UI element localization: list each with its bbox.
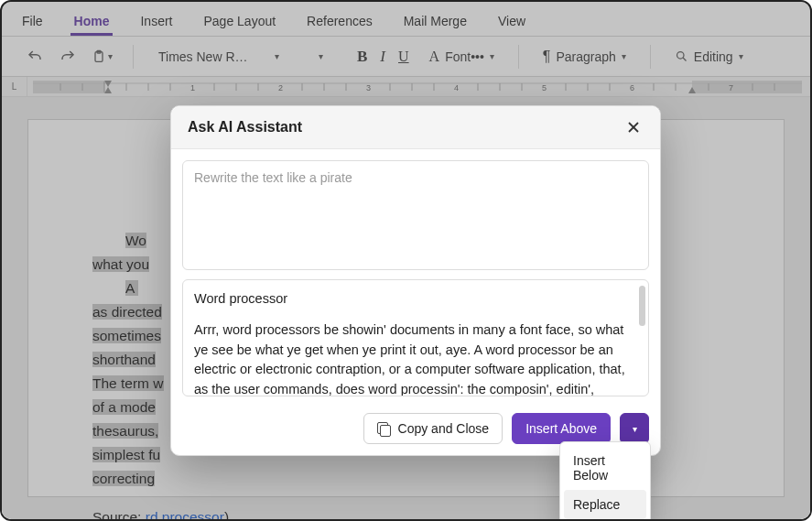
insert-dropdown-toggle[interactable]: ▾: [620, 413, 649, 444]
toolbar-divider: [650, 45, 651, 69]
menu-tab-file[interactable]: File: [18, 5, 47, 36]
editing-button[interactable]: Editing ▾: [667, 46, 751, 68]
doc-text: thesaurus,: [92, 423, 158, 439]
menu-tab-mail-merge[interactable]: Mail Merge: [400, 5, 471, 36]
chevron-down-icon: ▾: [622, 51, 626, 61]
svg-text:5: 5: [542, 83, 547, 92]
copy-and-close-button[interactable]: Copy and Close: [363, 413, 503, 444]
insert-above-button[interactable]: Insert Above: [512, 413, 611, 444]
doc-text: The term w: [92, 375, 164, 391]
bold-button[interactable]: B: [357, 48, 367, 66]
prompt-input[interactable]: [182, 160, 649, 270]
pilcrow-icon: ¶: [543, 49, 551, 65]
doc-text: what you: [92, 256, 149, 272]
undo-icon[interactable]: [22, 44, 48, 70]
chevron-down-icon: ▾: [490, 51, 494, 61]
paragraph-button[interactable]: ¶ Paragraph ▾: [536, 45, 633, 69]
menu-tab-view[interactable]: View: [494, 5, 529, 36]
svg-line-3: [683, 58, 686, 60]
dropdown-replace[interactable]: Replace: [564, 490, 646, 519]
source-label: Source:: [92, 509, 146, 521]
indent-marker-bottom: [104, 87, 112, 93]
editing-label: Editing: [694, 49, 733, 64]
chevron-down-icon: ▾: [319, 51, 323, 61]
modal-header: Ask AI Assistant: [171, 106, 660, 149]
paste-icon[interactable]: ▾: [88, 44, 116, 70]
redo-icon[interactable]: [55, 44, 81, 70]
font-name-label: Times New R…: [158, 49, 248, 64]
menu-bar: File Home Insert Page Layout References …: [2, 2, 810, 37]
underline-button[interactable]: U: [398, 49, 409, 65]
response-output: Word processor Arrr, word processors be …: [182, 279, 649, 396]
ai-assistant-modal: Ask AI Assistant Word processor Arrr, wo…: [170, 105, 661, 456]
menu-tab-insert[interactable]: Insert: [136, 5, 176, 36]
svg-rect-4: [33, 81, 104, 93]
doc-text: correcting: [92, 471, 155, 486]
font-more-label: Font•••: [445, 49, 484, 64]
menu-tab-page-layout[interactable]: Page Layout: [200, 5, 279, 36]
font-a-icon: A: [429, 49, 440, 65]
close-button[interactable]: [623, 117, 644, 137]
insert-dropdown-menu: Insert Below Replace: [559, 441, 651, 521]
insert-above-label: Insert Above: [525, 421, 597, 436]
chevron-down-icon: ▾: [739, 51, 743, 61]
doc-text: shorthand: [92, 352, 156, 367]
toolbar-divider: [133, 45, 134, 69]
menu-tab-home[interactable]: Home: [70, 5, 114, 36]
doc-text: of a mode: [92, 399, 156, 415]
ruler-side-label: L: [2, 77, 27, 96]
chevron-down-icon: ▾: [108, 51, 113, 61]
modal-title: Ask AI Assistant: [188, 119, 302, 136]
ruler-row: L 123 4567: [2, 77, 810, 97]
close-icon: [627, 121, 640, 134]
svg-text:4: 4: [454, 83, 459, 92]
source-link[interactable]: rd processor: [146, 509, 224, 521]
chevron-down-icon: ▾: [633, 424, 637, 434]
dropdown-insert-below[interactable]: Insert Below: [564, 446, 646, 490]
horizontal-ruler[interactable]: 123 4567: [27, 78, 810, 96]
copy-close-label: Copy and Close: [398, 421, 490, 436]
toolbar: ▾ Times New R… ▾ ▾ B I U A Font••• ▾ ¶ P…: [2, 37, 810, 77]
doc-text: sometimes: [92, 328, 161, 343]
svg-text:2: 2: [278, 83, 283, 92]
scrollbar-thumb[interactable]: [639, 286, 645, 326]
doc-text: A: [125, 280, 138, 296]
menu-tab-references[interactable]: References: [303, 5, 376, 36]
response-heading: Word processor: [194, 289, 637, 309]
toolbar-divider: [518, 45, 519, 69]
paragraph-label: Paragraph: [556, 49, 615, 64]
svg-point-2: [677, 52, 684, 60]
font-size-select[interactable]: ▾: [295, 47, 331, 66]
doc-text: as directed: [92, 304, 162, 320]
copy-icon: [377, 422, 391, 436]
svg-text:3: 3: [366, 83, 371, 92]
chevron-down-icon: ▾: [275, 51, 279, 61]
doc-text: Wo: [125, 233, 146, 248]
font-more-button[interactable]: A Font••• ▾: [422, 45, 502, 69]
response-body: Arrr, word processors be showin' documen…: [194, 320, 637, 396]
search-icon: [675, 49, 688, 63]
doc-text: simplest fu: [92, 447, 160, 462]
svg-text:1: 1: [190, 83, 195, 92]
italic-button[interactable]: I: [380, 48, 385, 66]
svg-text:7: 7: [729, 83, 733, 92]
source-trailing: ): [224, 509, 229, 521]
svg-text:6: 6: [630, 83, 634, 92]
font-name-select[interactable]: Times New R… ▾: [150, 45, 287, 69]
